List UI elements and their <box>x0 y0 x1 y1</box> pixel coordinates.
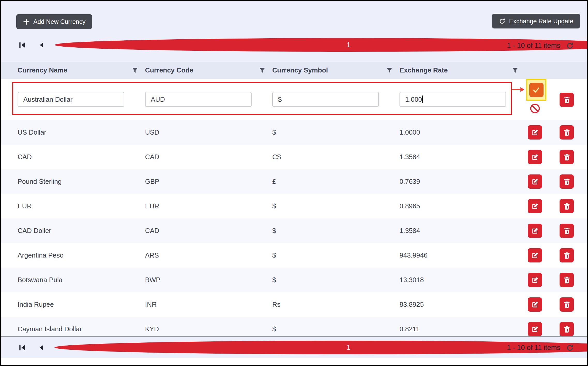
currency-name-cell: CAD <box>18 153 145 161</box>
delete-button[interactable] <box>560 297 574 312</box>
confirm-update-button[interactable] <box>529 83 544 97</box>
delete-button[interactable] <box>560 248 574 262</box>
exchange-rate-update-label: Exchange Rate Update <box>509 18 573 25</box>
row-actions <box>525 125 576 140</box>
edit-button[interactable] <box>528 297 542 312</box>
column-label: Currency Code <box>145 66 193 74</box>
edit-button[interactable] <box>528 125 542 140</box>
cancel-edit-button[interactable] <box>528 101 542 115</box>
table-row: CAD Doller CAD $ 1.3584 <box>1 218 587 243</box>
delete-button[interactable] <box>560 174 574 189</box>
delete-button[interactable] <box>560 150 574 164</box>
items-summary-top: 1 - 10 of 11 items <box>507 42 574 50</box>
currency-symbol-cell: £ <box>272 178 399 186</box>
filter-icon[interactable] <box>386 67 393 74</box>
table-row: Pound Sterling GBP £ 0.7639 <box>1 169 587 194</box>
delete-button[interactable] <box>560 322 574 336</box>
text-cursor <box>422 96 423 103</box>
pencil-square-icon <box>531 301 539 309</box>
delete-button[interactable] <box>560 273 574 287</box>
currency-name-cell: CAD Doller <box>18 227 145 235</box>
refresh-icon[interactable] <box>566 42 574 50</box>
row-actions <box>525 199 576 213</box>
currency-symbol-input[interactable] <box>272 92 379 107</box>
exchange-rate-cell: 0.8965 <box>399 202 525 210</box>
currency-name-cell: EUR <box>18 202 145 210</box>
items-count-label: 1 - 10 of 11 items <box>507 42 560 50</box>
trash-icon <box>563 153 571 161</box>
currency-code-input-wrap <box>145 92 252 107</box>
items-summary-bottom: 1 - 10 of 11 items <box>507 344 574 352</box>
toolbar-band <box>1 1 587 62</box>
filter-icon[interactable] <box>259 67 266 74</box>
table-row: US Dollar USD $ 1.0000 <box>1 120 587 145</box>
table-row: Botswana Pula BWP $ 13.3018 <box>1 268 587 292</box>
exchange-rate-input[interactable] <box>399 92 506 107</box>
edit-button[interactable] <box>528 322 542 336</box>
prev-page-button[interactable] <box>35 39 47 51</box>
pencil-square-icon <box>531 227 539 235</box>
filter-icon[interactable] <box>132 67 138 74</box>
trash-icon <box>563 301 571 309</box>
pencil-square-icon <box>531 129 539 136</box>
trash-icon <box>563 227 571 235</box>
row-actions <box>525 273 576 287</box>
currency-name-cell: Pound Sterling <box>18 178 145 186</box>
exchange-rate-cell: 0.7639 <box>399 178 525 186</box>
footer-strip <box>1 358 587 366</box>
first-page-button[interactable] <box>16 342 28 354</box>
add-new-currency-button[interactable]: Add New Currency <box>16 14 92 29</box>
currency-code-cell: KYD <box>145 325 272 333</box>
first-page-button[interactable] <box>16 39 28 51</box>
currency-management-page: Add New Currency Exchange Rate Update 1 … <box>0 0 588 366</box>
refresh-icon[interactable] <box>566 344 574 352</box>
column-label: Exchange Rate <box>399 66 448 74</box>
currency-code-cell: INR <box>145 301 272 309</box>
pencil-square-icon <box>531 153 539 161</box>
plus-icon <box>23 18 30 25</box>
currency-name-input[interactable] <box>18 92 124 107</box>
delete-button[interactable] <box>560 224 574 238</box>
currency-name-input-wrap <box>18 92 124 107</box>
edit-button[interactable] <box>528 248 542 262</box>
currency-name-cell: Cayman Island Dollar <box>18 325 145 333</box>
currency-name-cell: India Rupee <box>18 301 145 309</box>
currency-symbol-cell: Rs <box>272 301 399 309</box>
exchange-rate-cell: 1.3584 <box>399 227 525 235</box>
trash-icon <box>563 276 571 284</box>
pencil-square-icon <box>531 202 539 210</box>
row-actions <box>525 322 576 336</box>
prev-page-button[interactable] <box>35 342 47 354</box>
slash-circle-icon <box>529 103 541 114</box>
currency-code-cell: EUR <box>145 202 272 210</box>
row-actions <box>525 150 576 164</box>
delete-button[interactable] <box>560 199 574 213</box>
delete-button[interactable] <box>560 93 574 107</box>
row-actions <box>525 297 576 312</box>
column-header-exchange-rate: Exchange Rate <box>399 66 525 74</box>
refresh-icon <box>499 18 506 25</box>
column-label: Currency Name <box>18 66 67 74</box>
currency-symbol-input-wrap <box>272 92 379 107</box>
items-count-label: 1 - 10 of 11 items <box>507 344 560 352</box>
table-row: EUR EUR $ 0.8965 <box>1 194 587 218</box>
exchange-rate-cell: 1.3584 <box>399 153 525 161</box>
edit-button[interactable] <box>528 174 542 189</box>
pencil-square-icon <box>531 276 539 284</box>
exchange-rate-update-button[interactable]: Exchange Rate Update <box>492 14 580 28</box>
currency-code-cell: GBP <box>145 178 272 186</box>
currency-code-cell: ARS <box>145 251 272 259</box>
currency-code-input[interactable] <box>145 92 252 107</box>
table-body: US Dollar USD $ 1.0000 CAD CAD <box>1 120 587 341</box>
edit-button[interactable] <box>528 224 542 238</box>
edit-button[interactable] <box>528 273 542 287</box>
edit-row <box>1 79 587 120</box>
column-header-currency-code: Currency Code <box>145 66 272 74</box>
currency-symbol-cell: $ <box>272 128 399 136</box>
edit-button[interactable] <box>528 199 542 213</box>
filter-icon[interactable] <box>512 67 518 74</box>
edit-button[interactable] <box>528 150 542 164</box>
currency-code-cell: BWP <box>145 276 272 284</box>
delete-button[interactable] <box>560 125 574 140</box>
trash-icon <box>563 129 571 136</box>
